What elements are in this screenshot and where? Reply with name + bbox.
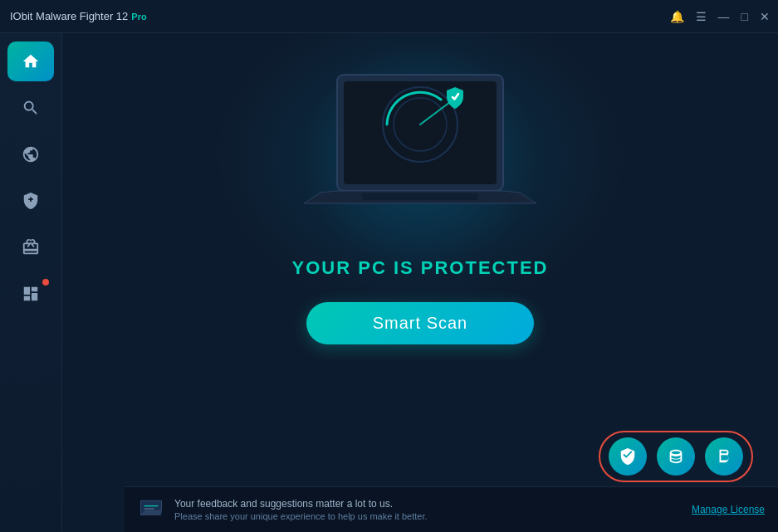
titlebar: IObit Malware Fighter 12Pro 🔔 ☰ — □ ✕ [0,0,778,33]
hero-section: YOUR PC IS PROTECTED Smart Scan [287,58,553,344]
protection-status: YOUR PC IS PROTECTED [292,257,549,279]
app-title: IObit Malware Fighter 12Pro [10,10,147,22]
database-action-button[interactable] [657,437,695,476]
sidebar-item-protection[interactable] [7,134,54,174]
brand-action-button[interactable] [705,437,743,476]
database-action-icon [667,447,685,466]
shield-action-button[interactable] [609,437,647,476]
sidebar-item-home[interactable] [7,41,54,81]
svg-rect-4 [362,193,478,200]
notification-icon[interactable]: 🔔 [670,10,684,23]
sidebar-item-scan[interactable] [7,88,54,128]
brand-b-icon [715,447,733,466]
feedback-line1: Your feedback and suggestions matter a l… [174,498,682,510]
shield-plus-icon [22,192,40,210]
main-content: YOUR PC IS PROTECTED Smart Scan [62,33,778,532]
shield-action-icon [619,447,637,466]
menu-icon[interactable]: ☰ [696,10,707,23]
maximize-button[interactable]: □ [741,10,748,23]
minimize-button[interactable]: — [718,10,730,23]
sidebar [0,33,62,532]
toolbox-icon [22,238,40,256]
feedback-icon [138,496,164,523]
footer: Your feedback and suggestions matter a l… [125,486,778,532]
feedback-line2: Please share your unique experience to h… [174,511,682,521]
manage-license-link[interactable]: Manage License [692,504,765,515]
globe-icon [22,145,40,164]
bottom-action-icons [599,431,753,482]
window-controls: 🔔 ☰ — □ ✕ [670,10,770,23]
laptop-illustration [287,58,553,241]
dashboard-icon [22,285,40,303]
smart-scan-button[interactable]: Smart Scan [306,302,534,344]
sidebar-item-toolbox[interactable] [7,227,54,267]
main-layout: YOUR PC IS PROTECTED Smart Scan [0,33,778,532]
search-icon [22,99,40,117]
sidebar-item-dashboard[interactable] [7,274,54,314]
home-icon [22,52,40,71]
svg-rect-1 [344,81,497,184]
laptop-svg [287,58,553,232]
sidebar-item-shield-plus[interactable] [7,181,54,221]
close-button[interactable]: ✕ [760,10,770,23]
dashboard-badge [42,279,49,286]
footer-feedback-text: Your feedback and suggestions matter a l… [174,498,682,521]
